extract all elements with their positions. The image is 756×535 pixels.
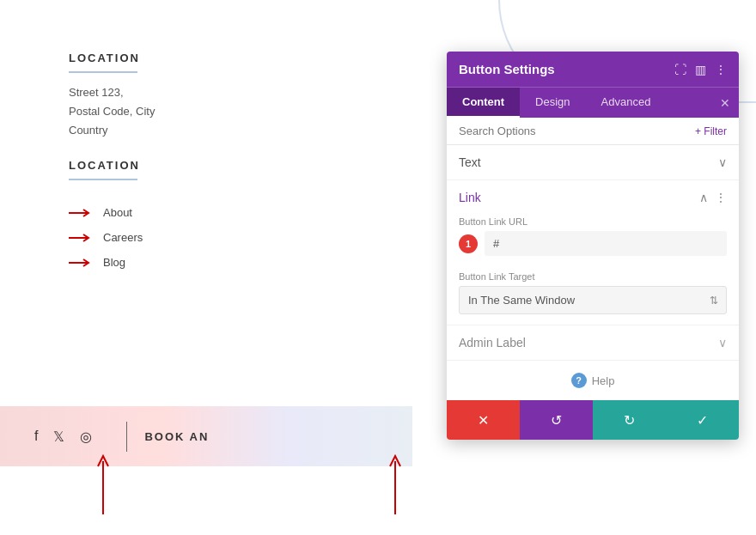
instagram-icon[interactable]: ◎ — [80, 429, 92, 445]
arrow-icon-careers — [69, 234, 93, 242]
tab-advanced[interactable]: Advanced — [586, 88, 667, 118]
location-divider-2 — [69, 179, 137, 180]
help-icon[interactable]: ? — [571, 373, 587, 388]
nav-item-careers[interactable]: Careers — [69, 231, 143, 244]
url-field-group: Button Link URL 1 — [447, 211, 739, 266]
help-row: ? Help — [447, 361, 739, 400]
more-icon[interactable]: ⋮ — [715, 63, 727, 76]
canvas: LOCATION Street 123, Postal Code, City C… — [0, 0, 756, 535]
panel-header: Button Settings ⛶ ▥ ⋮ — [447, 52, 739, 87]
target-select-wrapper: In The Same Window In A New Tab ⇅ — [459, 286, 727, 314]
twitter-icon[interactable]: 𝕏 — [53, 429, 64, 445]
arrow-icon-blog — [69, 258, 93, 267]
target-select[interactable]: In The Same Window In A New Tab — [459, 286, 727, 314]
location-section-2: LOCATION — [69, 159, 140, 191]
tab-design[interactable]: Design — [520, 88, 585, 118]
tab-content[interactable]: Content — [447, 88, 520, 118]
admin-label: Admin Label — [459, 336, 526, 350]
nav-links: About Careers Blog — [69, 206, 143, 281]
nav-item-about[interactable]: About — [69, 206, 143, 219]
target-field-label: Button Link Target — [459, 271, 727, 282]
url-badge: 1 — [459, 234, 478, 253]
nav-link-blog: Blog — [103, 256, 125, 269]
panel-footer: ✕ ↺ ↻ ✓ — [447, 400, 739, 440]
link-section: Link ∧ ⋮ Button Link URL 1 Butt — [447, 180, 739, 325]
nav-link-about: About — [103, 206, 132, 219]
facebook-icon[interactable]: f — [34, 429, 38, 444]
admin-expand-icon: ∨ — [718, 336, 727, 350]
link-header-icons: ∧ ⋮ — [699, 191, 727, 204]
social-icons: f 𝕏 ◎ — [34, 429, 92, 445]
location-divider-1 — [69, 71, 137, 73]
settings-panel: Button Settings ⛶ ▥ ⋮ Content Design Adv… — [447, 52, 739, 440]
filter-button[interactable]: + Filter — [695, 125, 727, 137]
save-button[interactable]: ✓ — [666, 400, 739, 440]
target-field-group: Button Link Target In The Same Window In… — [447, 266, 739, 325]
panel-tab-close[interactable]: ✕ — [715, 93, 735, 113]
arrow-up-left — [94, 454, 112, 518]
panel-title: Button Settings — [459, 62, 555, 76]
url-input[interactable] — [485, 231, 727, 256]
panel-tabs: Content Design Advanced ✕ — [447, 87, 739, 118]
arrow-icon-about — [69, 209, 93, 217]
link-header: Link ∧ ⋮ — [447, 180, 739, 211]
panel-body: Text ∨ Link ∧ ⋮ Button Link URL 1 — [447, 145, 739, 400]
redo-button[interactable]: ↻ — [593, 400, 666, 440]
fullscreen-icon[interactable]: ⛶ — [674, 63, 686, 76]
location-section-1: LOCATION Street 123, Postal Code, City C… — [69, 52, 155, 140]
panel-header-icons: ⛶ ▥ ⋮ — [674, 63, 727, 76]
url-field-label: Button Link URL — [459, 216, 727, 227]
footer-divider — [126, 422, 127, 452]
panel-search: + Filter — [447, 118, 739, 145]
link-collapse-icon[interactable]: ∧ — [699, 191, 708, 204]
link-more-icon[interactable]: ⋮ — [715, 191, 727, 204]
arrow-up-right — [387, 454, 404, 518]
book-text: BOOK AN — [144, 430, 209, 443]
link-title: Link — [459, 191, 481, 204]
text-section-row[interactable]: Text ∨ — [447, 145, 739, 180]
nav-item-blog[interactable]: Blog — [69, 256, 143, 269]
help-text: Help — [592, 374, 615, 387]
columns-icon[interactable]: ▥ — [695, 63, 706, 76]
text-section-label: Text — [459, 155, 481, 169]
cancel-button[interactable]: ✕ — [447, 400, 520, 440]
location-address-1: Street 123, Postal Code, City Country — [69, 83, 155, 140]
footer-strip: f 𝕏 ◎ BOOK AN — [0, 406, 412, 466]
location-title-1: LOCATION — [69, 52, 155, 64]
reset-button[interactable]: ↺ — [520, 400, 593, 440]
search-input[interactable] — [459, 125, 613, 137]
text-expand-icon: ∨ — [718, 155, 727, 169]
url-field-row: 1 — [459, 231, 727, 256]
admin-section-row[interactable]: Admin Label ∨ — [447, 325, 739, 361]
nav-link-careers: Careers — [103, 231, 143, 244]
location-title-2: LOCATION — [69, 159, 140, 172]
